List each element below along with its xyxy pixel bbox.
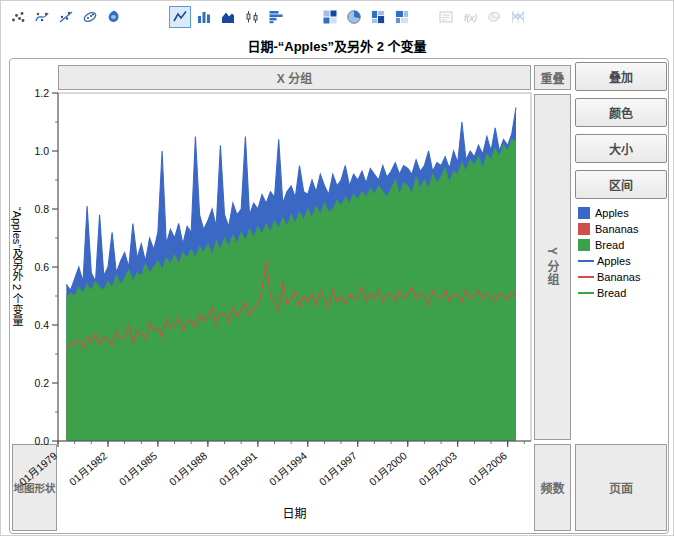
formula-icon: f(x) <box>462 9 478 25</box>
drop-zone-overlap-label: 重叠 <box>540 69 564 86</box>
line-chart-icon <box>172 9 188 25</box>
svg-text:1.0: 1.0 <box>34 145 49 157</box>
svg-text:0.6: 0.6 <box>34 261 49 273</box>
drop-zone-y-group[interactable]: Y 分组 <box>534 94 571 440</box>
points-tool-button[interactable] <box>7 6 29 28</box>
mosaic-icon <box>370 9 386 25</box>
color-zone-button[interactable]: 颜色 <box>575 98 667 127</box>
line-of-fit-icon <box>58 9 74 25</box>
interval-zone-button[interactable]: 区间 <box>575 170 667 199</box>
legend-item-apples-line[interactable]: Apples <box>578 253 640 269</box>
area-chart-tool-button[interactable] <box>217 6 239 28</box>
svg-text:01月1997: 01月1997 <box>316 449 359 488</box>
line-of-fit-tool-button[interactable] <box>55 6 77 28</box>
y-axis-title: “Apples”及另外 2 个变量 <box>8 93 26 441</box>
legend-item-bananas-line[interactable]: Bananas <box>578 269 640 285</box>
smoother-tool-button[interactable] <box>31 6 53 28</box>
legend-label: Bananas <box>597 271 640 283</box>
caption-box-icon <box>438 9 454 25</box>
chart-title: 日期-“Apples”及另外 2 个变量 <box>1 36 673 55</box>
legend-label: Apples <box>597 255 631 267</box>
svg-text:0.0: 0.0 <box>34 435 49 447</box>
drop-zone-x-group-label: X 分组 <box>277 69 312 86</box>
svg-text:0.4: 0.4 <box>34 319 49 331</box>
box-plot-tool-button[interactable] <box>241 6 263 28</box>
toolbar: f(x) <box>6 4 530 30</box>
drop-zone-page-label: 页面 <box>609 479 633 496</box>
legend-item-bread-area[interactable]: Bread <box>578 237 640 253</box>
area-chart-icon <box>220 9 236 25</box>
legend-swatch-bananas-area <box>578 223 590 235</box>
legend: Apples Bananas Bread Apples Bananas Brea… <box>578 205 640 301</box>
bar-chart-tool-button[interactable] <box>193 6 215 28</box>
size-zone-button[interactable]: 大小 <box>575 134 667 163</box>
heatmap-icon <box>322 9 338 25</box>
drop-zone-overlap[interactable]: 重叠 <box>534 65 571 90</box>
legend-swatch-bread-area <box>578 239 590 251</box>
smoother-icon <box>34 9 50 25</box>
legend-item-bread-line[interactable]: Bread <box>578 285 640 301</box>
drop-zone-x-group[interactable]: X 分组 <box>58 65 531 90</box>
stack-zone-button[interactable]: 叠加 <box>575 62 667 91</box>
histogram-icon <box>268 9 284 25</box>
treemap-icon <box>394 9 410 25</box>
ellipse-icon <box>82 9 98 25</box>
legend-label: Bread <box>595 239 624 251</box>
drop-zone-freq-label: 频数 <box>540 479 564 496</box>
drop-zone-y-group-label: Y 分组 <box>544 247 561 286</box>
svg-text:01月1985: 01月1985 <box>117 449 160 488</box>
map-shapes-tool-button[interactable] <box>483 6 505 28</box>
svg-text:01月2006: 01月2006 <box>466 449 509 488</box>
points-icon <box>10 9 26 25</box>
legend-swatch-bananas-line <box>578 276 594 278</box>
graph-builder-window: f(x) 日期-“Apples”及另外 2 个变量 X 分组 重叠 Y 分组 频… <box>0 0 674 536</box>
box-plot-icon <box>244 9 260 25</box>
line-chart-tool-button[interactable] <box>169 6 191 28</box>
plot-svg[interactable]: 01月197901月198201月198501月198801月199101月19… <box>9 93 533 501</box>
svg-text:01月1994: 01月1994 <box>266 449 309 488</box>
histogram-tool-button[interactable] <box>265 6 287 28</box>
legend-item-bananas-area[interactable]: Bananas <box>578 221 640 237</box>
legend-label: Bread <box>597 287 626 299</box>
ellipse-tool-button[interactable] <box>79 6 101 28</box>
x-axis-title: 日期 <box>58 504 531 521</box>
svg-text:01月2003: 01月2003 <box>416 449 459 488</box>
legend-label: Bananas <box>595 223 638 235</box>
pie-chart-tool-button[interactable] <box>343 6 365 28</box>
svg-text:01月1991: 01月1991 <box>217 449 260 488</box>
map-shapes-icon <box>486 9 502 25</box>
svg-text:1.2: 1.2 <box>34 87 49 99</box>
svg-text:0.2: 0.2 <box>34 377 49 389</box>
svg-text:f(x): f(x) <box>464 13 477 23</box>
legend-swatch-apples-line <box>578 260 594 262</box>
svg-text:01月1982: 01月1982 <box>67 449 110 488</box>
bar-chart-icon <box>196 9 212 25</box>
heatmap-tool-button[interactable] <box>319 6 341 28</box>
parallel-plot-tool-button[interactable] <box>507 6 529 28</box>
drop-zone-page[interactable]: 页面 <box>575 444 667 531</box>
svg-text:01月1979: 01月1979 <box>17 449 60 488</box>
legend-swatch-apples-area <box>578 207 590 219</box>
legend-swatch-bread-line <box>578 292 594 294</box>
drop-zone-freq[interactable]: 频数 <box>534 444 571 531</box>
svg-text:01月1988: 01月1988 <box>167 449 210 488</box>
formula-tool-button[interactable]: f(x) <box>459 6 481 28</box>
svg-text:0.8: 0.8 <box>34 203 49 215</box>
mosaic-tool-button[interactable] <box>367 6 389 28</box>
legend-label: Apples <box>595 207 629 219</box>
pie-chart-icon <box>346 9 362 25</box>
treemap-tool-button[interactable] <box>391 6 413 28</box>
parallel-plot-icon <box>510 9 526 25</box>
caption-box-tool-button[interactable] <box>435 6 457 28</box>
legend-item-apples-area[interactable]: Apples <box>578 205 640 221</box>
svg-text:01月2000: 01月2000 <box>366 449 409 488</box>
contour-tool-button[interactable] <box>103 6 125 28</box>
contour-icon <box>106 9 122 25</box>
